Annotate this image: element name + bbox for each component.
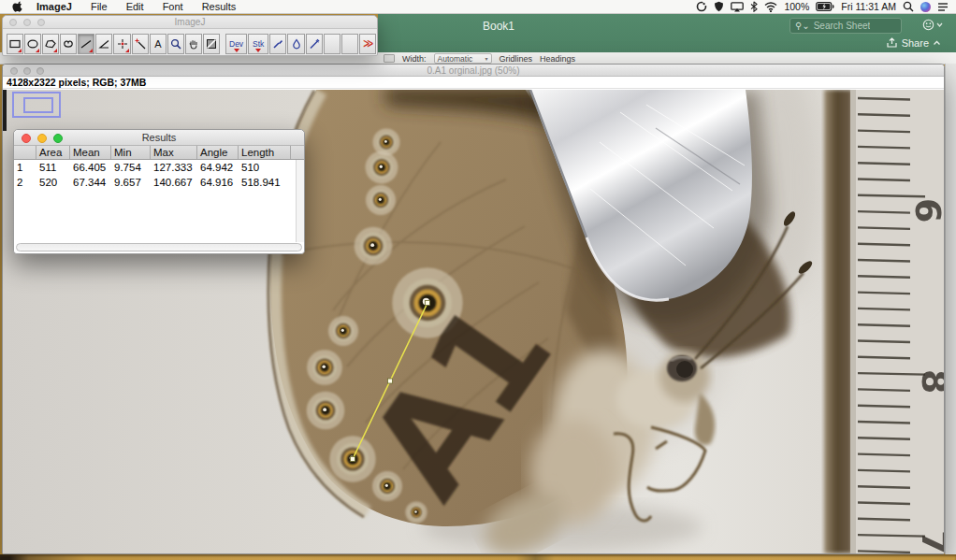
freehand-icon: [62, 37, 75, 50]
wifi-icon[interactable]: [764, 2, 777, 12]
empty-tool-slot[interactable]: [324, 34, 340, 54]
image-window-lights[interactable]: [10, 67, 44, 75]
hand-tool-button[interactable]: [185, 34, 202, 54]
menu-results[interactable]: Results: [193, 0, 246, 14]
share-label: Share: [902, 37, 929, 49]
results-window-lights[interactable]: [22, 134, 63, 143]
color-picker-tool-button[interactable]: [203, 34, 220, 54]
more-tools-label: ≫: [363, 37, 372, 50]
line-tool-button[interactable]: [78, 34, 94, 54]
column-header[interactable]: Angle: [197, 146, 239, 159]
excel-title-bar[interactable]: Book1 ⚲⌄ Search Sheet Share: [378, 13, 956, 52]
headings-checkbox-label[interactable]: Headings: [540, 54, 575, 64]
vertical-scrollbar[interactable]: [296, 160, 304, 242]
results-titlebar[interactable]: Results: [14, 130, 304, 146]
line-handle-mid[interactable]: [388, 379, 393, 383]
ruler: 6 8 7: [824, 90, 944, 553]
pencil-icon: [308, 37, 321, 50]
close-button[interactable]: [9, 19, 17, 26]
app-menu-imagej[interactable]: ImageJ: [31, 0, 81, 14]
menu-font[interactable]: Font: [153, 0, 193, 14]
text-icon: A: [152, 37, 165, 50]
horizontal-scrollbar[interactable]: [14, 242, 304, 253]
minimize-button[interactable]: [37, 134, 47, 143]
polygon-tool-button[interactable]: [42, 34, 59, 54]
collapse-ribbon-icon[interactable]: [933, 40, 941, 46]
point-tool-button[interactable]: [113, 34, 130, 54]
gridlines-checkbox-label[interactable]: Gridlines: [500, 54, 533, 64]
menu-clock[interactable]: Fri 11:31 AM: [841, 1, 896, 12]
app-status-icon[interactable]: [696, 1, 707, 12]
desk-surface: [0, 554, 956, 560]
battery-icon[interactable]: [816, 2, 834, 11]
minimize-button[interactable]: [23, 67, 31, 75]
wand-icon: [134, 37, 147, 50]
ruler-number: 6: [907, 198, 944, 223]
dev-tool-label: Dev: [229, 40, 243, 48]
stack-menu-tool-button[interactable]: Stk: [248, 34, 269, 54]
brush-tool-button[interactable]: [269, 34, 286, 54]
empty-tool-slot[interactable]: [341, 34, 358, 54]
menu-file[interactable]: File: [81, 0, 117, 14]
rectangle-tool-button[interactable]: [7, 34, 23, 54]
siri-icon[interactable]: [920, 2, 931, 12]
line-handle-end[interactable]: [351, 457, 355, 462]
oval-tool-button[interactable]: [24, 34, 41, 54]
apple-menu[interactable]: [0, 1, 31, 13]
imagej-titlebar[interactable]: ImageJ: [3, 16, 377, 29]
zoom-window-button[interactable]: [53, 134, 63, 143]
chevron-down-icon: [936, 22, 943, 27]
column-header[interactable]: Min: [111, 146, 151, 159]
column-header[interactable]: Mean: [70, 146, 111, 159]
excel-search-input[interactable]: ⚲⌄ Search Sheet: [789, 18, 902, 34]
battery-percentage: 100%: [784, 1, 809, 12]
image-status-bar: 4128x2322 pixels; RGB; 37MB: [3, 77, 944, 89]
more-tools-button[interactable]: ≫: [359, 34, 376, 54]
share-button[interactable]: Share: [886, 37, 941, 49]
flood-fill-icon: [290, 37, 303, 50]
column-header[interactable]: Length: [239, 146, 291, 159]
image-window-titlebar[interactable]: 0.A1 orginal.jpg (50%): [3, 65, 944, 77]
text-tool-button[interactable]: A: [150, 34, 167, 54]
notification-center-icon[interactable]: [937, 2, 949, 12]
desktop: Book1 ⚲⌄ Search Sheet Share Width:: [0, 0, 956, 560]
zoom-window-button[interactable]: [37, 19, 45, 26]
pencil-tool-button[interactable]: [306, 34, 323, 54]
angle-tool-button[interactable]: [95, 34, 112, 54]
imagej-window-title: ImageJ: [175, 17, 206, 27]
results-window-title: Results: [142, 132, 177, 143]
column-header[interactable]: Area: [36, 146, 70, 159]
spotlight-icon[interactable]: [903, 1, 914, 12]
table-row[interactable]: 1 511 66.405 9.754 127.333 64.942 510: [14, 160, 296, 175]
wand-tool-button[interactable]: [132, 34, 149, 54]
zoom-tool-button[interactable]: [167, 34, 184, 54]
freehand-tool-button[interactable]: [60, 34, 77, 54]
dev-menu-tool-button[interactable]: Dev: [225, 34, 247, 54]
results-window: Results Area Mean Min Max Angle Length 1…: [13, 129, 305, 254]
column-header[interactable]: Max: [151, 146, 197, 159]
imagej-tools: A Dev Stk ≫: [3, 29, 377, 55]
svg-text:A: A: [154, 38, 162, 50]
close-button[interactable]: [10, 67, 18, 75]
width-dropdown[interactable]: Automatic▾: [434, 53, 492, 64]
ruler-number: 8: [914, 369, 944, 394]
flood-fill-tool-button[interactable]: [287, 34, 304, 54]
menu-edit[interactable]: Edit: [117, 0, 153, 14]
tool-options-caret: [234, 49, 239, 52]
line-handle-start[interactable]: [426, 301, 430, 306]
table-row[interactable]: 2 520 67.344 9.657 140.667 64.916 518.94…: [14, 175, 296, 190]
airplay-display-icon[interactable]: [731, 2, 744, 12]
width-label: Width:: [402, 54, 427, 64]
results-header-row: Area Mean Min Max Angle Length: [14, 146, 304, 160]
zoom-window-button[interactable]: [36, 67, 44, 75]
apple-icon: [12, 1, 22, 13]
bluetooth-icon[interactable]: [750, 1, 758, 12]
smiley-icon: [922, 19, 934, 31]
shield-icon[interactable]: [714, 1, 724, 12]
close-button[interactable]: [22, 134, 31, 143]
imagej-toolbar-window: ImageJ: [2, 15, 378, 56]
minimize-button[interactable]: [23, 19, 31, 26]
imagej-window-lights[interactable]: [9, 19, 45, 26]
feedback-smiley-button[interactable]: [922, 19, 943, 31]
column-header[interactable]: [14, 146, 36, 159]
